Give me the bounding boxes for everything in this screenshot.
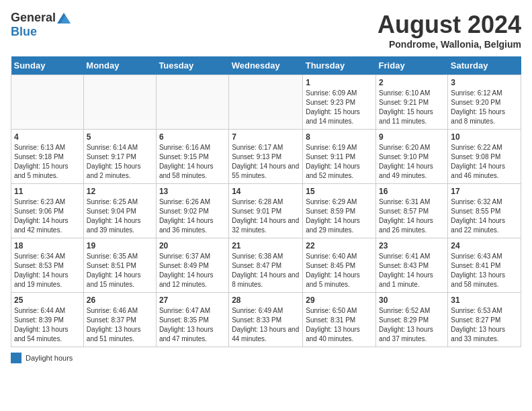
day-number: 15 (306, 187, 373, 196)
calendar-header-sunday: Sunday (11, 56, 84, 75)
calendar-cell: 8Sunrise: 6:19 AM Sunset: 9:11 PM Daylig… (303, 130, 376, 184)
day-info: Sunrise: 6:52 AM Sunset: 8:29 PM Dayligh… (379, 306, 445, 344)
calendar-cell: 24Sunrise: 6:43 AM Sunset: 8:41 PM Dayli… (448, 238, 521, 293)
calendar-cell: 17Sunrise: 6:32 AM Sunset: 8:55 PM Dayli… (448, 184, 521, 238)
day-info: Sunrise: 6:46 AM Sunset: 8:37 PM Dayligh… (87, 306, 153, 344)
day-number: 14 (232, 187, 300, 196)
day-info: Sunrise: 6:10 AM Sunset: 9:21 PM Dayligh… (379, 89, 445, 126)
calendar-cell: 10Sunrise: 6:22 AM Sunset: 9:08 PM Dayli… (448, 130, 521, 184)
day-number: 9 (379, 132, 445, 142)
day-number: 20 (159, 241, 226, 250)
day-info: Sunrise: 6:38 AM Sunset: 8:47 PM Dayligh… (232, 252, 300, 289)
day-info: Sunrise: 6:23 AM Sunset: 9:06 PM Dayligh… (14, 197, 81, 235)
calendar-cell (83, 75, 156, 130)
calendar-cell: 3Sunrise: 6:12 AM Sunset: 9:20 PM Daylig… (448, 75, 521, 130)
day-number: 30 (379, 295, 445, 305)
logo-blue-text: Blue (11, 25, 37, 39)
calendar-week-row: 1Sunrise: 6:09 AM Sunset: 9:23 PM Daylig… (11, 75, 521, 130)
day-info: Sunrise: 6:43 AM Sunset: 8:41 PM Dayligh… (451, 252, 518, 289)
calendar-header-thursday: Thursday (303, 56, 376, 75)
calendar-table: SundayMondayTuesdayWednesdayThursdayFrid… (11, 56, 521, 347)
day-number: 16 (379, 187, 445, 196)
day-number: 11 (14, 187, 81, 196)
calendar-cell: 22Sunrise: 6:40 AM Sunset: 8:45 PM Dayli… (303, 238, 376, 293)
day-number: 3 (451, 78, 518, 87)
day-number: 6 (159, 132, 226, 142)
day-number: 10 (451, 132, 518, 142)
calendar-cell: 12Sunrise: 6:25 AM Sunset: 9:04 PM Dayli… (83, 184, 156, 238)
day-number: 8 (306, 132, 373, 142)
day-info: Sunrise: 6:28 AM Sunset: 9:01 PM Dayligh… (232, 197, 300, 235)
day-info: Sunrise: 6:34 AM Sunset: 8:53 PM Dayligh… (14, 252, 81, 289)
title-section: August 2024 Pondrome, Wallonia, Belgium (378, 11, 521, 50)
logo-icon (57, 13, 71, 24)
calendar-week-row: 4Sunrise: 6:13 AM Sunset: 9:18 PM Daylig… (11, 130, 521, 184)
day-number: 24 (451, 241, 518, 250)
day-number: 18 (14, 241, 81, 250)
day-number: 12 (87, 187, 153, 196)
day-number: 31 (451, 295, 518, 305)
day-info: Sunrise: 6:13 AM Sunset: 9:18 PM Dayligh… (14, 143, 81, 181)
footer-legend: Daylight hours (11, 353, 521, 363)
day-number: 19 (87, 241, 153, 250)
day-info: Sunrise: 6:41 AM Sunset: 8:43 PM Dayligh… (379, 252, 445, 289)
calendar-cell (229, 75, 303, 130)
calendar-week-row: 11Sunrise: 6:23 AM Sunset: 9:06 PM Dayli… (11, 184, 521, 238)
month-title: August 2024 (378, 11, 521, 39)
day-number: 7 (232, 132, 300, 142)
calendar-cell: 23Sunrise: 6:41 AM Sunset: 8:43 PM Dayli… (376, 238, 448, 293)
calendar-cell: 26Sunrise: 6:46 AM Sunset: 8:37 PM Dayli… (83, 293, 156, 347)
calendar-cell: 25Sunrise: 6:44 AM Sunset: 8:39 PM Dayli… (11, 293, 84, 347)
calendar-cell: 15Sunrise: 6:29 AM Sunset: 8:59 PM Dayli… (303, 184, 376, 238)
day-info: Sunrise: 6:20 AM Sunset: 9:10 PM Dayligh… (379, 143, 445, 181)
calendar-cell: 30Sunrise: 6:52 AM Sunset: 8:29 PM Dayli… (376, 293, 448, 347)
calendar-header-tuesday: Tuesday (156, 56, 228, 75)
calendar-cell: 27Sunrise: 6:47 AM Sunset: 8:35 PM Dayli… (156, 293, 228, 347)
day-number: 17 (451, 187, 518, 196)
calendar-cell (156, 75, 228, 130)
calendar-cell: 14Sunrise: 6:28 AM Sunset: 9:01 PM Dayli… (229, 184, 303, 238)
day-number: 22 (306, 241, 373, 250)
day-info: Sunrise: 6:16 AM Sunset: 9:15 PM Dayligh… (159, 143, 226, 181)
day-info: Sunrise: 6:53 AM Sunset: 8:27 PM Dayligh… (451, 306, 518, 344)
day-info: Sunrise: 6:17 AM Sunset: 9:13 PM Dayligh… (232, 143, 300, 181)
location-text: Pondrome, Wallonia, Belgium (378, 39, 521, 50)
logo: General Blue (11, 11, 72, 39)
calendar-cell: 2Sunrise: 6:10 AM Sunset: 9:21 PM Daylig… (376, 75, 448, 130)
calendar-cell: 4Sunrise: 6:13 AM Sunset: 9:18 PM Daylig… (11, 130, 84, 184)
day-number: 21 (232, 241, 300, 250)
day-info: Sunrise: 6:44 AM Sunset: 8:39 PM Dayligh… (14, 306, 81, 344)
day-info: Sunrise: 6:09 AM Sunset: 9:23 PM Dayligh… (306, 89, 373, 126)
calendar-cell: 18Sunrise: 6:34 AM Sunset: 8:53 PM Dayli… (11, 238, 84, 293)
calendar-cell: 29Sunrise: 6:50 AM Sunset: 8:31 PM Dayli… (303, 293, 376, 347)
day-number: 1 (306, 78, 373, 87)
calendar-header-row: SundayMondayTuesdayWednesdayThursdayFrid… (11, 56, 521, 75)
day-info: Sunrise: 6:50 AM Sunset: 8:31 PM Dayligh… (306, 306, 373, 344)
day-info: Sunrise: 6:29 AM Sunset: 8:59 PM Dayligh… (306, 197, 373, 235)
calendar-cell: 11Sunrise: 6:23 AM Sunset: 9:06 PM Dayli… (11, 184, 84, 238)
calendar-cell: 16Sunrise: 6:31 AM Sunset: 8:57 PM Dayli… (376, 184, 448, 238)
day-info: Sunrise: 6:47 AM Sunset: 8:35 PM Dayligh… (159, 306, 226, 344)
calendar-week-row: 25Sunrise: 6:44 AM Sunset: 8:39 PM Dayli… (11, 293, 521, 347)
calendar-cell: 31Sunrise: 6:53 AM Sunset: 8:27 PM Dayli… (448, 293, 521, 347)
calendar-header-monday: Monday (83, 56, 156, 75)
day-number: 2 (379, 78, 445, 87)
day-info: Sunrise: 6:35 AM Sunset: 8:51 PM Dayligh… (87, 252, 153, 289)
day-number: 29 (306, 295, 373, 305)
day-number: 28 (232, 295, 300, 305)
calendar-cell: 1Sunrise: 6:09 AM Sunset: 9:23 PM Daylig… (303, 75, 376, 130)
calendar-cell: 19Sunrise: 6:35 AM Sunset: 8:51 PM Dayli… (83, 238, 156, 293)
day-info: Sunrise: 6:25 AM Sunset: 9:04 PM Dayligh… (87, 197, 153, 235)
day-info: Sunrise: 6:31 AM Sunset: 8:57 PM Dayligh… (379, 197, 445, 235)
day-info: Sunrise: 6:19 AM Sunset: 9:11 PM Dayligh… (306, 143, 373, 181)
day-info: Sunrise: 6:22 AM Sunset: 9:08 PM Dayligh… (451, 143, 518, 181)
calendar-header-saturday: Saturday (448, 56, 521, 75)
day-info: Sunrise: 6:40 AM Sunset: 8:45 PM Dayligh… (306, 252, 373, 289)
calendar-cell: 6Sunrise: 6:16 AM Sunset: 9:15 PM Daylig… (156, 130, 228, 184)
day-info: Sunrise: 6:14 AM Sunset: 9:17 PM Dayligh… (87, 143, 153, 181)
calendar-cell: 21Sunrise: 6:38 AM Sunset: 8:47 PM Dayli… (229, 238, 303, 293)
logo-general-text: General (11, 11, 56, 25)
calendar-cell: 28Sunrise: 6:49 AM Sunset: 8:33 PM Dayli… (229, 293, 303, 347)
calendar-cell (11, 75, 84, 130)
day-info: Sunrise: 6:12 AM Sunset: 9:20 PM Dayligh… (451, 89, 518, 126)
